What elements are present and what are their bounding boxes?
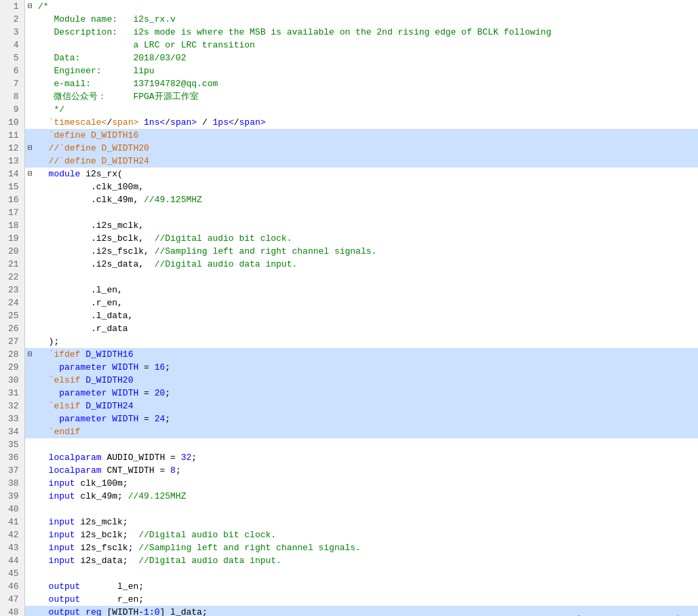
table-row: 32 `elsif D_WIDTH24 (0, 400, 698, 412)
line-number: 14 (0, 168, 24, 180)
code-line-content: `endif (35, 425, 698, 438)
line-number: 13 (0, 155, 24, 168)
code-line-content: `timescale</span> 1ns</span> / 1ps</span… (35, 116, 698, 129)
watermark: ⚙ FPGA开源工作室 (572, 613, 684, 616)
fold-indicator (24, 77, 35, 90)
code-line-content: `elsif D_WIDTH20 (35, 374, 698, 387)
table-row: 28⊟ `ifdef D_WIDTH16 (0, 348, 698, 361)
line-number: 7 (0, 77, 24, 90)
table-row: 10 `timescale</span> 1ns</span> / 1ps</s… (0, 116, 698, 129)
table-row: 25 .l_data, (0, 309, 698, 322)
code-line-content: .i2s_mclk, (35, 219, 698, 232)
code-line-content: parameter WIDTH = 24; (35, 412, 698, 425)
fold-indicator[interactable]: ⊟ (24, 168, 35, 180)
table-row: 4 a LRC or LRC transition (0, 39, 698, 52)
code-line-content: .l_data, (35, 309, 698, 322)
code-line-content: e-mail: 137194782@qq.com (35, 77, 698, 90)
code-line-content: input clk_49m; //49.125MHZ (35, 490, 698, 503)
fold-indicator (24, 554, 35, 567)
table-row: 3 Description: i2s mode is where the MSB… (0, 26, 698, 39)
line-number: 35 (0, 438, 24, 451)
table-row: 38 input clk_100m; (0, 477, 698, 490)
table-row: 13 //`define D_WIDTH24 (0, 155, 698, 168)
fold-indicator[interactable]: ⊟ (24, 0, 35, 13)
line-number: 12 (0, 142, 24, 155)
code-line-content (35, 503, 698, 516)
fold-indicator (24, 438, 35, 451)
line-number: 25 (0, 309, 24, 322)
code-line-content (35, 567, 698, 580)
fold-indicator (24, 296, 35, 309)
table-row: 21 .i2s_data, //Digital audio data input… (0, 258, 698, 271)
table-row: 31 parameter WIDTH = 20; (0, 387, 698, 400)
table-row: 35 (0, 438, 698, 451)
fold-indicator (24, 26, 35, 39)
fold-indicator (24, 567, 35, 580)
fold-indicator (24, 13, 35, 26)
line-number: 5 (0, 52, 24, 64)
fold-indicator (24, 400, 35, 412)
table-row: 9 */ (0, 103, 698, 116)
table-row: 43 input i2s_fsclk; //Sampling left and … (0, 541, 698, 554)
line-number: 33 (0, 412, 24, 425)
table-row: 30 `elsif D_WIDTH20 (0, 374, 698, 387)
code-line-content: parameter WIDTH = 16; (35, 361, 698, 374)
code-container: 1⊟/*2 Module name: i2s_rx.v3 Description… (0, 0, 698, 616)
table-row: 1⊟/* (0, 0, 698, 13)
fold-indicator (24, 412, 35, 425)
fold-indicator (24, 155, 35, 168)
line-number: 29 (0, 361, 24, 374)
table-row: 34 `endif (0, 425, 698, 438)
table-row: 15 .clk_100m, (0, 180, 698, 193)
line-number: 18 (0, 219, 24, 232)
line-number: 34 (0, 425, 24, 438)
table-row: 22 (0, 271, 698, 284)
code-line-content: /* (35, 0, 698, 13)
code-line-content: .i2s_bclk, //Digital audio bit clock. (35, 232, 698, 245)
line-number: 22 (0, 271, 24, 284)
line-number: 15 (0, 180, 24, 193)
line-number: 26 (0, 322, 24, 335)
line-number: 31 (0, 387, 24, 400)
line-number: 8 (0, 90, 24, 103)
line-number: 10 (0, 116, 24, 129)
line-number: 46 (0, 580, 24, 593)
table-row: 46 output l_en; (0, 580, 698, 593)
line-number: 4 (0, 39, 24, 52)
code-line-content: output r_en; (35, 593, 698, 606)
table-row: 18 .i2s_mclk, (0, 219, 698, 232)
fold-indicator (24, 387, 35, 400)
table-row: 19 .i2s_bclk, //Digital audio bit clock. (0, 232, 698, 245)
table-row: 12⊟ //`define D_WIDTH20 (0, 142, 698, 155)
code-line-content: //`define D_WIDTH24 (35, 155, 698, 168)
fold-indicator (24, 206, 35, 219)
table-row: 33 parameter WIDTH = 24; (0, 412, 698, 425)
line-number: 27 (0, 335, 24, 348)
code-line-content: Module name: i2s_rx.v (35, 13, 698, 26)
table-row: 39 input clk_49m; //49.125MHZ (0, 490, 698, 503)
fold-indicator (24, 477, 35, 490)
code-line-content: localparam AUDIO_WIDTH = 32; (35, 451, 698, 464)
code-line-content: */ (35, 103, 698, 116)
line-number: 1 (0, 0, 24, 13)
line-number: 21 (0, 258, 24, 271)
code-line-content (35, 271, 698, 284)
code-line-content: parameter WIDTH = 20; (35, 387, 698, 400)
table-row: 14⊟ module i2s_rx( (0, 168, 698, 180)
fold-indicator (24, 258, 35, 271)
fold-indicator (24, 528, 35, 541)
table-row: 2 Module name: i2s_rx.v (0, 13, 698, 26)
line-number: 38 (0, 477, 24, 490)
table-row: 45 (0, 567, 698, 580)
line-number: 43 (0, 541, 24, 554)
fold-indicator (24, 464, 35, 477)
line-number: 9 (0, 103, 24, 116)
fold-indicator (24, 64, 35, 77)
fold-indicator (24, 516, 35, 528)
fold-indicator[interactable]: ⊟ (24, 142, 35, 155)
fold-indicator (24, 361, 35, 374)
table-row: 42 input i2s_bclk; //Digital audio bit c… (0, 528, 698, 541)
table-row: 17 (0, 206, 698, 219)
line-number: 23 (0, 284, 24, 296)
fold-indicator[interactable]: ⊟ (24, 348, 35, 361)
